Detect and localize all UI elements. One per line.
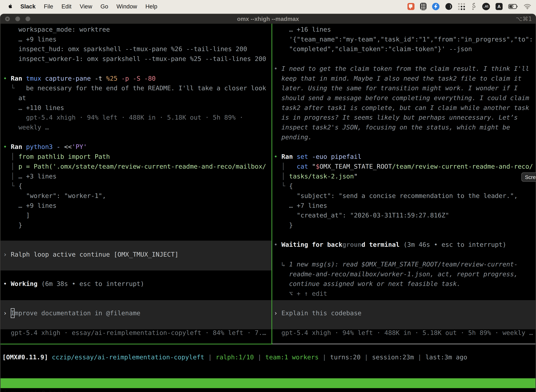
omx-status-line: [OMX#0.11.9] cczip/essay/ai-reimplementa… [2, 352, 467, 362]
apple-logo-icon [7, 3, 13, 10]
bolt-app-icon[interactable] [432, 3, 440, 10]
menu-edit[interactable]: Edit [61, 3, 72, 10]
dots-grid-icon[interactable] [458, 3, 465, 10]
terminal-line: ] [3, 210, 30, 220]
terminal-line: • Ran python3 - <<'PY' [3, 142, 87, 152]
terminal-line: inspect_worker-1: omx sparkshell --tmux-… [3, 54, 266, 64]
terminal-line: • Working (6m 38s • esc to interrupt) [3, 279, 144, 289]
terminal-line: "subject": "send a concise recommendatio… [274, 191, 518, 201]
terminal-line: ↳ 1 new msg(s): read $OMX_TEAM_STATE_ROO… [274, 259, 518, 269]
pie-app-icon[interactable] [445, 3, 452, 10]
terminal-line: … +9 lines [3, 34, 57, 44]
pane-divider[interactable] [272, 24, 272, 344]
terminal-line: gpt-5.4 xhigh · 94% left · 488K in · 5.1… [3, 112, 243, 122]
menu-help[interactable]: Help [145, 3, 157, 10]
terminal-line: │ … +3 lines [3, 171, 57, 181]
screen: { "menu_bar": { "items": ["Slack", "File… [0, 0, 536, 392]
menu-bar: SlackFileEditViewGoWindowHelp ..61 A [0, 0, 536, 13]
terminal-line: } [3, 220, 22, 230]
terminal-line: "completed","claim_token":"claim-token"}… [274, 44, 472, 54]
terminal-line: › Improve documentation in @filename [3, 308, 140, 318]
terminal-line: should send a message before completing … [274, 93, 529, 103]
terminal-line: • Waiting for background terminal (3m 46… [274, 240, 506, 250]
terminal-line: • I need to get the claim token from the… [274, 64, 529, 74]
terminal-line: "created_at": "2026-03-31T11:59:27.816Z" [274, 210, 449, 220]
screen-tooltip: Scre [522, 173, 536, 182]
terminal-line: │ from pathlib import Path [3, 152, 110, 162]
terminal-line: at [3, 93, 26, 103]
terminal-line: gpt-5.4 xhigh · essay/ai-reimplementatio… [3, 328, 266, 338]
tmux-status-bar: [omx-cczip0:bash* "MacBook-Pro-44.local"… [0, 378, 536, 388]
pane-left-bottom-border [0, 344, 272, 344]
terminal-line: pending. [274, 132, 312, 142]
terminal-content: workspace_mode: worktree … +9 lines insp… [0, 24, 536, 392]
terminal-window: omx --xhigh --madmax ⌥⌘1 workspace_mode:… [0, 14, 536, 392]
window-titlebar[interactable]: omx --xhigh --madmax ⌥⌘1 [0, 14, 536, 24]
terminal-line: '{"team_name":"my-team","task_id":"1","f… [274, 34, 533, 44]
menu-view[interactable]: View [80, 3, 92, 10]
terminal-line: later. Using the same for transition mig… [274, 83, 518, 93]
terminal-line: ⌥ + ↑ edit [274, 289, 327, 299]
terminal-line: › Ralph loop active continue [OMX_TMUX_I… [3, 250, 178, 259]
terminal-line: │ p = Path('.omx/state/team/review-curre… [3, 162, 266, 171]
menu-slack[interactable]: Slack [20, 3, 36, 10]
input-source-icon[interactable]: A [496, 3, 502, 10]
tmux-session-label: [omx-cczip0:bash* [3, 388, 68, 392]
menu-window[interactable]: Window [116, 3, 137, 10]
terminal-line: │ tasks/task-2.json" [274, 171, 358, 181]
window-title: omx --xhigh --madmax [0, 14, 536, 24]
terminal-line: readme-and-reco/mailbox/worker-1.json, a… [274, 269, 518, 279]
battery-percent-badge[interactable]: ..61 [482, 3, 490, 10]
menu-go[interactable]: Go [100, 3, 108, 10]
terminal-line: │ cat "$OMX_TEAM_STATE_ROOT/team/review-… [274, 162, 533, 171]
terminal-line: inspect task2's JSON, focusing on the st… [274, 122, 510, 132]
keypad-grid-icon[interactable] [420, 3, 426, 10]
terminal-line: workspace_mode: worktree [3, 25, 110, 34]
terminal-line: • Ran tmux capture-pane -t %25 -p -S -80 [3, 74, 156, 84]
terminal-line: "worker": "worker-1", [3, 191, 106, 201]
terminal-line: task2 after task1 is complete, but can I… [274, 103, 529, 113]
terminal-line: weekly … [3, 122, 49, 132]
chat-app-icon[interactable] [407, 3, 415, 10]
terminal-line: } [274, 220, 293, 230]
menu-status-icons: ..61 A [407, 3, 531, 10]
terminal-line: continue assigned work or next feasible … [274, 279, 460, 289]
terminal-line: is in progress? It seems likely but perh… [274, 112, 518, 122]
terminal-line: … +7 lines [274, 201, 327, 210]
terminal-line: inspect_hud: omx sparkshell --tmux-pane … [3, 44, 247, 54]
terminal-line: gpt-5.4 xhigh · 94% left · 488K in · 5.1… [274, 328, 533, 338]
terminal-line: └ { [274, 181, 293, 191]
terminal-line: › Explain this codebase [274, 308, 362, 318]
terminal-line: └ be necessary for the end of the README… [3, 83, 266, 93]
menu-file[interactable]: File [44, 3, 53, 10]
pane-left: workspace_mode: worktree … +9 lines insp… [0, 24, 272, 344]
window-shortcut-badge: ⌥⌘1 [516, 14, 532, 24]
battery-icon[interactable] [508, 4, 518, 9]
terminal-line: … +110 lines [3, 103, 64, 113]
wifi-icon[interactable] [524, 4, 531, 9]
terminal-line: • Ran set -euo pipefail [274, 152, 362, 162]
terminal-line: keep that in mind. Maybe I also need the… [274, 74, 522, 84]
pane-right-bottom-border [272, 344, 536, 344]
menu-items: SlackFileEditViewGoWindowHelp [20, 3, 157, 10]
terminal-line: … +9 lines [3, 201, 57, 210]
squiggle-icon[interactable] [471, 3, 477, 10]
terminal-line: … +16 lines [274, 25, 331, 34]
apple-menu[interactable] [7, 3, 13, 10]
pane-right: … +16 lines '{"team_name":"my-team","tas… [273, 24, 536, 344]
terminal-line: └ { [3, 181, 22, 191]
